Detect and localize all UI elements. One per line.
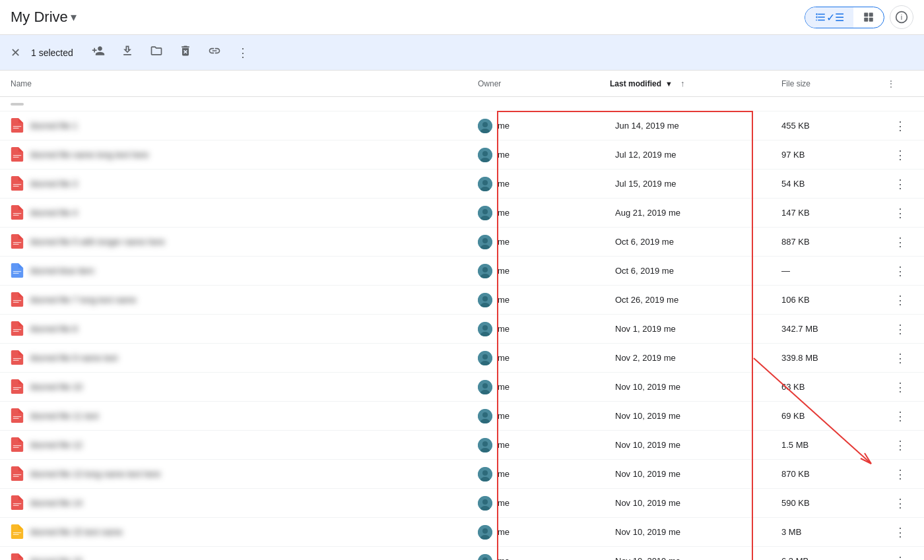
table-row[interactable]: blurred file 9 name text me Nov 2, 2019 … (0, 344, 924, 373)
header-controls: ✓☰ i (805, 5, 913, 29)
last-modified-column-header[interactable]: Last modified ▼ ↑ (610, 73, 781, 94)
row-more-button[interactable]: ⋮ (887, 148, 913, 162)
sort-asc-icon[interactable]: ↑ (680, 78, 685, 88)
table-row[interactable]: blurred file 11 text me Nov 10, 2019 me6… (0, 402, 924, 431)
row-more-button[interactable]: ⋮ (887, 119, 913, 133)
partial-top-row (0, 97, 924, 111)
table-row[interactable]: blurred file 16 me Nov 10, 2019 me6.3 MB… (0, 547, 924, 560)
svg-rect-12 (13, 125, 22, 126)
list-view-button[interactable]: ✓☰ (805, 7, 853, 28)
owner-name: me (498, 208, 510, 218)
avatar (478, 119, 492, 133)
file-name: blurred file 3 (30, 179, 78, 189)
title-dropdown-icon[interactable]: ▾ (71, 10, 77, 24)
grid-view-button[interactable] (853, 7, 884, 27)
more-column-header[interactable]: ⋮ (887, 74, 913, 94)
file-name: blurred file 12 (30, 440, 82, 450)
row-more-button[interactable]: ⋮ (887, 438, 913, 452)
modified-date: Nov 10, 2019 me (610, 440, 781, 450)
table-row[interactable]: blurred file 12 me Nov 10, 2019 me1.5 MB… (0, 431, 924, 460)
file-size: 339.8 MB (781, 353, 887, 363)
owner-cell: me (478, 177, 610, 191)
avatar (478, 525, 492, 540)
svg-rect-47 (13, 328, 22, 329)
table-row[interactable]: blurred file 4 me Aug 21, 2019 me147 KB⋮ (0, 199, 924, 228)
table-row[interactable]: blurred file 15 text name me Nov 10, 201… (0, 518, 924, 547)
modified-date: Nov 10, 2019 me (610, 498, 781, 508)
file-name: blurred file 16 (30, 556, 82, 560)
row-more-button[interactable]: ⋮ (887, 235, 913, 249)
svg-point-20 (482, 151, 488, 156)
row-more-button[interactable]: ⋮ (887, 206, 913, 220)
download-button[interactable] (118, 42, 137, 63)
file-icon (11, 408, 24, 424)
modified-date: Aug 21, 2019 me (610, 208, 781, 218)
modified-date: Jul 15, 2019 me (610, 179, 781, 189)
svg-point-30 (482, 209, 488, 214)
owner-name: me (498, 179, 510, 189)
file-icon (11, 466, 24, 482)
file-name: blurred file name long text here (30, 150, 148, 160)
row-more-button[interactable]: ⋮ (887, 322, 913, 336)
table-row[interactable]: blurred file 14 me Nov 10, 2019 me590 KB… (0, 489, 924, 518)
svg-point-75 (482, 470, 488, 476)
svg-rect-38 (13, 272, 19, 273)
svg-rect-3 (818, 16, 825, 18)
file-icon (11, 118, 24, 134)
row-more-button[interactable]: ⋮ (887, 467, 913, 482)
table-row[interactable]: blurred file 3 me Jul 15, 2019 me54 KB⋮ (0, 170, 924, 199)
table-row[interactable]: blurred file 8 me Nov 1, 2019 me342.7 MB… (0, 315, 924, 344)
file-size: 455 KB (781, 121, 887, 131)
svg-rect-77 (13, 503, 22, 503)
file-size: 97 KB (781, 150, 887, 160)
row-more-button[interactable]: ⋮ (887, 409, 913, 423)
svg-rect-58 (13, 389, 19, 389)
table-row[interactable]: blurred file 5 with longer name here me … (0, 228, 924, 257)
file-size: 870 KB (781, 469, 887, 479)
info-button[interactable]: i (890, 5, 913, 29)
file-size-column-header[interactable]: File size (781, 74, 887, 94)
table-row[interactable]: blurred file 7 long text name me Oct 26,… (0, 286, 924, 315)
table-row[interactable]: blurred file 10 me Nov 10, 2019 me63 KB⋮ (0, 373, 924, 402)
file-size: 54 KB (781, 179, 887, 189)
add-people-button[interactable] (89, 42, 108, 63)
modified-date: Nov 2, 2019 me (610, 353, 781, 363)
row-more-button[interactable]: ⋮ (887, 177, 913, 191)
svg-rect-48 (13, 330, 19, 331)
svg-rect-33 (13, 243, 19, 244)
owner-cell: me (478, 235, 610, 249)
file-icon (11, 437, 24, 453)
table-row[interactable]: blurred file 1 me Jun 14, 2019 me455 KB⋮ (0, 111, 924, 140)
table-row[interactable]: blurred blue item me Oct 6, 2019 me—⋮ (0, 257, 924, 286)
modified-date: Nov 10, 2019 me (610, 382, 781, 392)
svg-rect-28 (13, 214, 19, 215)
file-name: blurred file 9 name text (30, 353, 117, 363)
move-button[interactable] (147, 42, 166, 63)
file-size: 887 KB (781, 237, 887, 247)
row-more-button[interactable]: ⋮ (887, 293, 913, 307)
file-icon (11, 553, 24, 561)
row-more-button[interactable]: ⋮ (887, 380, 913, 394)
get-link-button[interactable] (205, 42, 224, 63)
delete-button[interactable] (176, 42, 195, 63)
svg-rect-32 (13, 241, 22, 242)
row-more-button[interactable]: ⋮ (887, 554, 913, 561)
row-more-button[interactable]: ⋮ (887, 264, 913, 278)
svg-rect-37 (13, 270, 22, 271)
owner-cell: me (478, 119, 610, 133)
avatar (478, 409, 492, 423)
sort-desc-icon: ▼ (665, 80, 673, 88)
owner-name: me (498, 440, 510, 450)
owner-column-header[interactable]: Owner (478, 74, 610, 94)
row-more-button[interactable]: ⋮ (887, 525, 913, 540)
name-column-header[interactable]: Name (11, 74, 478, 94)
close-selection-button[interactable]: ✕ (11, 46, 20, 60)
svg-rect-22 (13, 183, 22, 184)
owner-cell: me (478, 148, 610, 162)
table-row[interactable]: blurred file name long text here me Jul … (0, 140, 924, 170)
row-more-button[interactable]: ⋮ (887, 351, 913, 365)
table-row[interactable]: blurred file 13 long name text here me N… (0, 460, 924, 489)
row-more-button[interactable]: ⋮ (887, 496, 913, 511)
more-actions-button[interactable]: ⋮ (234, 43, 251, 63)
svg-point-50 (482, 325, 488, 330)
